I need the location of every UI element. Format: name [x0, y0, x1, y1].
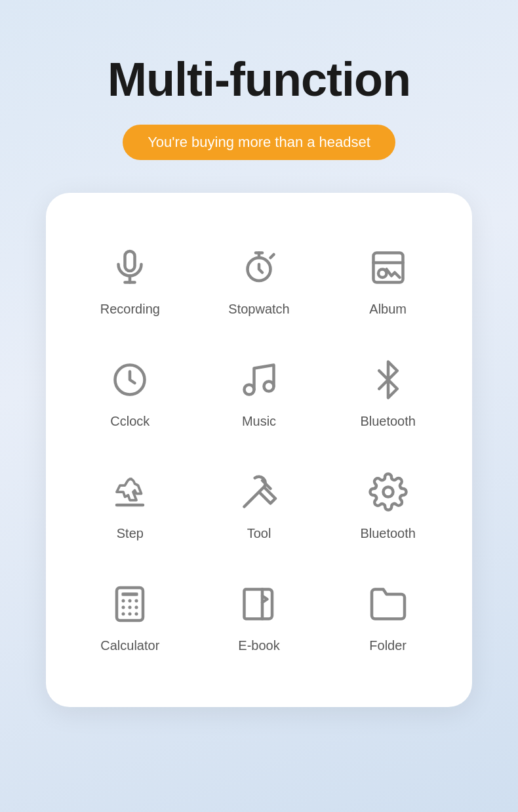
- svg-point-29: [135, 599, 138, 603]
- grid-item-clock[interactable]: Cclock: [66, 338, 195, 450]
- grid-item-label-folder: Folder: [369, 638, 407, 653]
- grid-item-settings[interactable]: Bluetooth: [323, 450, 452, 562]
- calculator-icon: [106, 580, 153, 628]
- grid-item-label-tool: Tool: [247, 526, 271, 541]
- svg-point-31: [129, 606, 132, 609]
- features-card: Recording Stopwatch Album Cclock Music B…: [46, 193, 472, 707]
- grid-item-recording[interactable]: Recording: [66, 226, 195, 338]
- grid-item-label-album: Album: [369, 302, 407, 317]
- step-icon: [106, 468, 153, 516]
- tool-icon: [235, 468, 283, 516]
- svg-point-35: [135, 613, 138, 616]
- grid-item-label-step: Step: [117, 526, 144, 541]
- folder-icon: [365, 580, 412, 628]
- grid-item-stopwatch[interactable]: Stopwatch: [195, 226, 324, 338]
- grid-item-label-clock: Cclock: [110, 414, 149, 429]
- svg-point-33: [122, 613, 125, 616]
- svg-point-8: [378, 270, 387, 278]
- stopwatch-icon: [235, 244, 283, 291]
- grid-item-label-settings: Bluetooth: [360, 526, 416, 541]
- grid-item-album[interactable]: Album: [323, 226, 452, 338]
- grid-item-step[interactable]: Step: [66, 450, 195, 562]
- svg-point-10: [244, 385, 254, 395]
- svg-point-30: [122, 606, 125, 609]
- ebook-icon: [235, 580, 283, 628]
- grid-item-ebook[interactable]: E-book: [195, 562, 324, 674]
- settings-icon: [365, 468, 412, 516]
- microphone-icon: [106, 244, 153, 291]
- grid-item-bluetooth1[interactable]: Bluetooth: [323, 338, 452, 450]
- music-icon: [235, 356, 283, 403]
- grid-item-folder[interactable]: Folder: [323, 562, 452, 674]
- svg-line-13: [244, 487, 264, 507]
- grid-item-tool[interactable]: Tool: [195, 450, 324, 562]
- svg-line-6: [270, 254, 273, 258]
- svg-point-32: [135, 606, 138, 609]
- svg-rect-36: [122, 593, 138, 596]
- page-title: Multi-function: [108, 52, 410, 106]
- grid-item-music[interactable]: Music: [195, 338, 324, 450]
- svg-rect-0: [125, 251, 135, 271]
- album-icon: [365, 244, 412, 291]
- subtitle-badge: You're buying more than a headset: [123, 125, 395, 160]
- grid-item-label-bluetooth1: Bluetooth: [360, 414, 416, 429]
- svg-point-28: [129, 599, 132, 603]
- svg-point-11: [264, 382, 273, 392]
- features-grid: Recording Stopwatch Album Cclock Music B…: [66, 226, 452, 674]
- grid-item-label-stopwatch: Stopwatch: [228, 302, 289, 317]
- grid-item-label-recording: Recording: [100, 302, 160, 317]
- svg-point-27: [122, 599, 125, 603]
- svg-point-34: [129, 613, 132, 616]
- grid-item-label-music: Music: [242, 414, 276, 429]
- bluetooth-icon: [365, 356, 412, 403]
- clock-icon: [106, 356, 153, 403]
- svg-point-15: [383, 487, 393, 497]
- grid-item-label-ebook: E-book: [238, 638, 279, 653]
- grid-item-label-calculator: Calculator: [100, 638, 159, 653]
- grid-item-calculator[interactable]: Calculator: [66, 562, 195, 674]
